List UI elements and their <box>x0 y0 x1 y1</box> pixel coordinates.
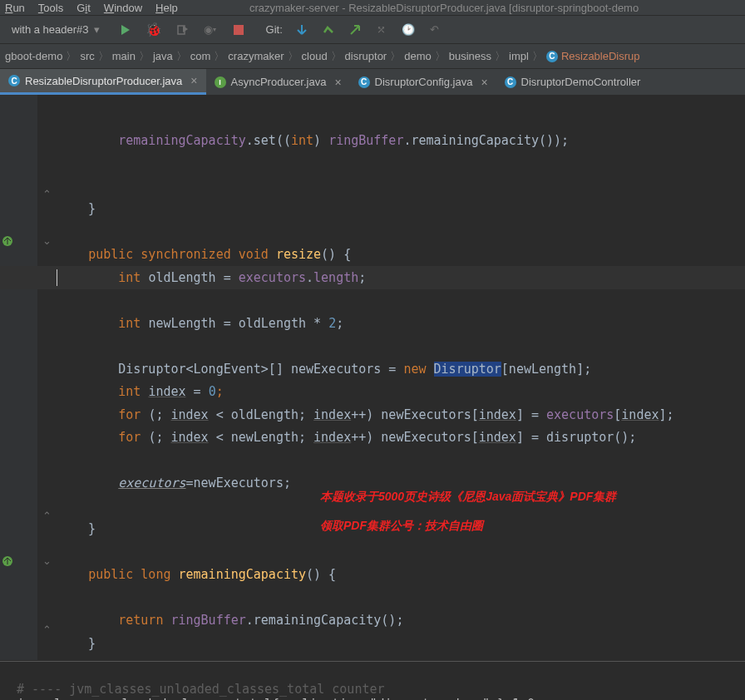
fold-icon[interactable]: ⌃ <box>42 505 52 528</box>
profile-icon[interactable]: ◉▾ <box>203 22 218 37</box>
code-editor[interactable]: ⌃ ⌄ ⌃ ⌄ ⌃ remainingCapacity.set((int) ri… <box>0 95 745 660</box>
override-marker-icon[interactable] <box>2 232 13 244</box>
chevron-right-icon: 〉 <box>98 49 109 64</box>
class-icon: C <box>8 75 20 86</box>
breadcrumb-item[interactable]: disruptor <box>345 50 387 62</box>
chevron-right-icon: 〉 <box>331 49 342 64</box>
rollback-icon[interactable]: ↶ <box>427 22 442 37</box>
stop-icon[interactable] <box>231 22 246 37</box>
fold-icon[interactable]: ⌄ <box>42 550 52 573</box>
chevron-right-icon: 〉 <box>288 49 298 64</box>
console-line: jvm_classes_unloaded_classes_total{appli… <box>17 697 535 700</box>
tab-disruptor-demo-controller[interactable]: C DisruptorDemoController <box>496 69 649 95</box>
class-icon: C <box>505 76 516 88</box>
chevron-right-icon: 〉 <box>176 49 187 64</box>
debug-icon[interactable]: 🐞 <box>146 22 161 37</box>
breadcrumb-item[interactable]: src <box>80 50 94 62</box>
chevron-right-icon: 〉 <box>390 49 401 64</box>
breadcrumb-item[interactable]: business <box>449 50 491 62</box>
menu-tools[interactable]: Tools <box>38 2 63 14</box>
breadcrumb: gboot-demo〉 src〉 main〉 java〉 com〉 crazym… <box>0 44 745 69</box>
class-icon: C <box>546 51 558 62</box>
git-update-icon[interactable]: ⤱ <box>374 22 389 37</box>
menu-run[interactable]: Run <box>5 2 25 14</box>
chevron-right-icon: 〉 <box>214 49 224 64</box>
svg-marker-0 <box>121 25 130 35</box>
tab-label: ResizableDisruptorProducer.java <box>25 75 182 87</box>
tab-label: DisruptorConfig.java <box>375 76 473 88</box>
annotation-text: 领取PDF集群公号：技术自由圈 <box>320 515 483 538</box>
breadcrumb-item[interactable]: crazymaker <box>228 50 284 62</box>
menu-help[interactable]: Help <box>155 2 178 14</box>
window-title: crazymaker-server - ResizableDisruptorPr… <box>249 0 639 16</box>
breadcrumb-class[interactable]: CResizableDisrup <box>546 50 640 62</box>
fold-column <box>37 95 57 660</box>
chevron-right-icon: 〉 <box>66 49 76 64</box>
breadcrumb-item[interactable]: java <box>153 50 173 62</box>
fold-icon[interactable]: ⌄ <box>42 229 52 253</box>
breadcrumb-item[interactable]: demo <box>404 50 432 62</box>
run-config-label: with a header#3 <box>12 23 89 36</box>
breadcrumb-item[interactable]: gboot-demo <box>5 50 62 62</box>
menu-window[interactable]: Window <box>104 2 142 14</box>
caret <box>57 269 57 286</box>
fold-icon[interactable]: ⌃ <box>42 183 52 206</box>
tab-resizable-disruptor-producer[interactable]: C ResizableDisruptorProducer.java × <box>0 69 206 95</box>
breadcrumb-item[interactable]: com <box>190 50 211 62</box>
close-icon[interactable]: × <box>334 76 341 89</box>
chevron-right-icon: 〉 <box>435 49 446 64</box>
tab-disruptor-config[interactable]: C DisruptorConfig.java × <box>350 69 496 95</box>
svg-marker-2 <box>183 26 188 32</box>
tab-label: DisruptorDemoController <box>521 76 641 88</box>
editor-tabs: C ResizableDisruptorProducer.java × I As… <box>0 69 745 95</box>
run-icon[interactable] <box>118 22 133 37</box>
chevron-right-icon: 〉 <box>495 49 506 64</box>
git-pull-icon[interactable] <box>294 22 309 37</box>
git-label: Git: <box>266 23 283 36</box>
gutter <box>0 95 37 660</box>
interface-icon: I <box>215 76 226 88</box>
chevron-down-icon: ▾ <box>94 23 100 36</box>
console-output[interactable]: # ---- jvm_classes_unloaded_classes_tota… <box>0 661 745 700</box>
close-icon[interactable]: × <box>481 76 487 89</box>
chevron-right-icon: 〉 <box>139 49 150 64</box>
breadcrumb-item[interactable]: impl <box>509 50 529 62</box>
fold-icon[interactable]: ⌃ <box>42 619 52 642</box>
chevron-right-icon: 〉 <box>532 49 543 64</box>
svg-rect-3 <box>234 25 244 35</box>
menu-git[interactable]: Git <box>76 2 91 14</box>
annotation-text: 本题收录于5000页史诗级《尼恩Java面试宝典》PDF集群 <box>320 486 616 509</box>
override-marker-icon[interactable] <box>2 552 13 564</box>
tab-label: AsyncProducer.java <box>231 76 327 88</box>
code-content: remainingCapacity.set((int) ringBuffer.r… <box>58 106 674 678</box>
breadcrumb-item[interactable]: cloud <box>302 50 328 62</box>
tab-async-producer[interactable]: I AsyncProducer.java × <box>206 69 350 95</box>
class-icon: C <box>358 76 370 88</box>
console-line: # ---- jvm_classes_unloaded_classes_tota… <box>17 682 385 697</box>
run-config-dropdown[interactable]: with a header#3 ▾ <box>5 22 106 37</box>
git-push-icon[interactable] <box>348 22 363 37</box>
history-icon[interactable]: 🕑 <box>401 22 416 37</box>
git-commit-icon[interactable] <box>321 22 336 37</box>
close-icon[interactable]: × <box>190 74 197 87</box>
breadcrumb-item[interactable]: main <box>112 50 136 62</box>
coverage-icon[interactable] <box>175 22 190 37</box>
toolbar: with a header#3 ▾ 🐞 ◉▾ Git: ⤱ 🕑 ↶ <box>0 16 745 44</box>
